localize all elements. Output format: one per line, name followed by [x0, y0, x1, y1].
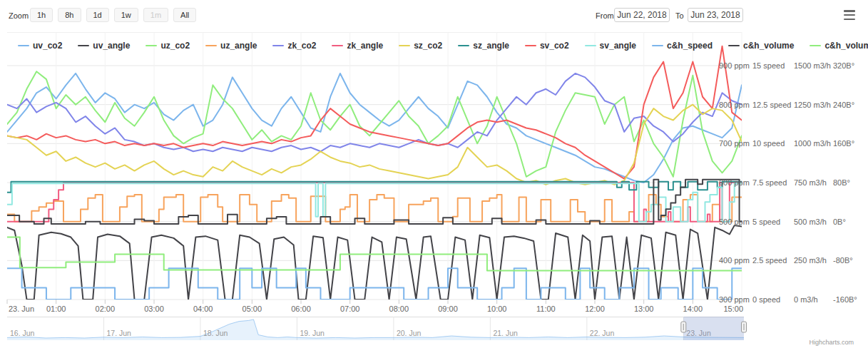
zoom-button-1w[interactable]: 1w [114, 8, 138, 22]
svg-text:300 ppm: 300 ppm [719, 295, 750, 304]
legend-item-sv_co2[interactable]: sv_co2 [525, 41, 569, 51]
series-sv_co2 [7, 46, 742, 179]
svg-text:03:00: 03:00 [144, 305, 164, 313]
legend-label: sz_co2 [414, 41, 442, 51]
series-c&h_volume1 [7, 237, 742, 271]
legend-item-uv_angle[interactable]: uv_angle [78, 41, 130, 51]
legend-item-sz_angle[interactable]: sz_angle [458, 41, 509, 51]
navigator-day-label: 21. Jun [493, 329, 518, 337]
legend-item-uz_angle[interactable]: uz_angle [205, 41, 257, 51]
svg-text:1500 m3/h: 1500 m3/h [794, 61, 831, 70]
legend-swatch-icon [205, 45, 217, 47]
legend-item-sv_angle[interactable]: sv_angle [585, 41, 636, 51]
legend-label: zk_co2 [287, 41, 316, 51]
navigator-selection[interactable] [683, 317, 744, 340]
svg-text:12:00: 12:00 [585, 305, 605, 313]
legend-item-uv_co2[interactable]: uv_co2 [18, 41, 62, 51]
hamburger-icon [844, 10, 855, 12]
legend-swatch-icon [399, 45, 410, 47]
zoom-button-1m: 1m [143, 8, 168, 22]
series-uz_co2 [7, 71, 742, 177]
svg-text:14:00: 14:00 [683, 305, 703, 313]
context-menu-button[interactable] [844, 9, 855, 21]
x-axis-labels: 23. Jun01:0002:0003:0004:0005:0006:0007:… [7, 300, 743, 313]
svg-text:80B°: 80B° [833, 178, 850, 187]
svg-text:160B°: 160B° [833, 139, 854, 148]
svg-text:08:00: 08:00 [389, 305, 409, 313]
legend-label: c&h_volume1 [824, 41, 868, 51]
highcharts-credit: Highcharts.com [770, 339, 854, 346]
svg-text:23. Jun: 23. Jun [9, 305, 34, 313]
navigator-day-label: 19. Jun [300, 329, 325, 337]
svg-text:750 m3/h: 750 m3/h [794, 178, 827, 187]
legend-label: uv_co2 [33, 41, 62, 51]
series-zk_angle [7, 183, 742, 222]
series-zk_co2 [7, 73, 742, 151]
hamburger-icon [844, 14, 855, 16]
legend-item-sz_co2[interactable]: sz_co2 [399, 41, 442, 51]
navigator-day-label: 16. Jun [10, 329, 35, 337]
legend-label: sv_angle [600, 41, 636, 51]
legend-swatch-icon [652, 45, 663, 47]
navigator-handle-right[interactable] [742, 322, 747, 332]
y-axis-labels: 900 ppm800 ppm700 ppm600 ppm500 ppm400 p… [719, 61, 857, 304]
zoom-buttons: 1h8h1d1w1mAll [30, 8, 196, 22]
legend-label: c&h_volume [743, 41, 794, 51]
zoom-label: Zoom [9, 11, 29, 20]
svg-text:15 speed: 15 speed [752, 61, 785, 70]
zoom-button-1d[interactable]: 1d [86, 8, 109, 22]
svg-text:15:00: 15:00 [723, 305, 743, 313]
legend-swatch-icon [728, 45, 740, 47]
legend-swatch-icon [78, 45, 89, 47]
legend-item-zk_co2[interactable]: zk_co2 [272, 41, 316, 51]
navigator[interactable]: 16. Jun17. Jun18. Jun19. Jun20. Jun21. J… [7, 317, 747, 340]
svg-text:1000 m3/h: 1000 m3/h [794, 139, 831, 148]
svg-text:700 ppm: 700 ppm [719, 139, 750, 148]
legend-swatch-icon [810, 45, 821, 47]
svg-text:-160B°: -160B° [833, 295, 857, 304]
legend-item-c&h_volume[interactable]: c&h_volume [728, 41, 794, 51]
svg-text:2.5 speed: 2.5 speed [752, 256, 787, 265]
legend: uv_co2uv_angleuz_co2uz_anglezk_co2zk_ang… [18, 41, 817, 51]
zoom-button-1h[interactable]: 1h [30, 8, 53, 22]
navigator-day-label: 20. Jun [397, 329, 422, 337]
svg-text:09:00: 09:00 [438, 305, 458, 313]
svg-text:5 speed: 5 speed [752, 218, 780, 226]
to-date-input[interactable] [688, 8, 743, 22]
legend-item-zk_angle[interactable]: zk_angle [332, 41, 383, 51]
svg-text:11:00: 11:00 [536, 305, 556, 313]
series-uz_angle [7, 195, 742, 222]
legend-item-c&h_volume1[interactable]: c&h_volume1 [810, 41, 868, 51]
from-date-input[interactable] [614, 8, 670, 22]
navigator-day-label: 22. Jun [590, 329, 615, 337]
legend-label: zk_angle [347, 41, 383, 51]
series-c&h_volume [7, 180, 742, 224]
svg-text:0 speed: 0 speed [752, 295, 780, 304]
svg-text:-80B°: -80B° [833, 256, 853, 265]
from-label: From [596, 11, 614, 20]
legend-label: uv_angle [93, 41, 130, 51]
svg-text:04:00: 04:00 [193, 305, 213, 313]
svg-text:500 m3/h: 500 m3/h [794, 218, 827, 226]
navigator-handle-left[interactable] [681, 322, 686, 332]
to-label: To [675, 11, 684, 20]
legend-swatch-icon [332, 45, 343, 47]
svg-text:400 ppm: 400 ppm [719, 256, 750, 265]
zoom-button-8h[interactable]: 8h [58, 8, 81, 22]
legend-swatch-icon [525, 45, 536, 47]
legend-item-c&h_speed[interactable]: c&h_speed [652, 41, 713, 51]
legend-label: sz_angle [473, 41, 509, 51]
svg-text:500 ppm: 500 ppm [719, 218, 750, 226]
svg-text:02:00: 02:00 [96, 305, 116, 313]
legend-swatch-icon [585, 45, 596, 47]
chart-canvas[interactable]: 900 ppm800 ppm700 ppm600 ppm500 ppm400 p… [0, 0, 868, 358]
svg-text:01:00: 01:00 [46, 305, 66, 313]
zoom-button-all[interactable]: All [173, 8, 196, 22]
svg-text:13:00: 13:00 [634, 305, 654, 313]
legend-item-uz_co2[interactable]: uz_co2 [145, 41, 190, 51]
legend-label: sv_co2 [540, 41, 569, 51]
legend-label: c&h_speed [667, 41, 713, 51]
legend-swatch-icon [458, 45, 469, 47]
svg-text:07:00: 07:00 [340, 305, 360, 313]
legend-label: uz_co2 [160, 41, 190, 51]
